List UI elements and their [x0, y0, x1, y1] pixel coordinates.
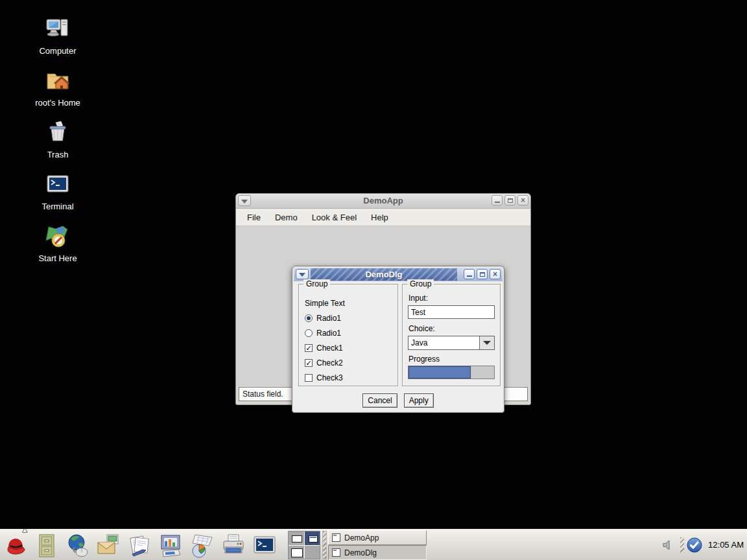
workspace-switcher [288, 531, 320, 559]
launcher-spreadsheet[interactable] [188, 531, 217, 559]
progress-bar [408, 366, 495, 379]
demodlg-dialog: DemoDlg × Group Simple Text Radio1 Radio… [292, 266, 504, 413]
file-manager-icon [34, 533, 60, 559]
tasklist-label: DemoApp [344, 533, 379, 542]
group-title: Group [407, 279, 434, 288]
spreadsheet-icon [189, 533, 215, 559]
menu-demo[interactable]: Demo [268, 211, 305, 224]
menu-help[interactable]: Help [364, 211, 396, 224]
minimize-button[interactable] [464, 269, 475, 279]
workspace-window [309, 535, 318, 542]
launcher-terminal[interactable] [250, 531, 279, 559]
desktop-icon-label: Start Here [16, 253, 100, 263]
checkbox-label: Check2 [316, 358, 343, 368]
launcher-email[interactable] [95, 531, 123, 559]
checkbox-icon[interactable] [305, 374, 313, 382]
word-processor-icon [127, 533, 153, 559]
email-icon [96, 533, 122, 559]
group-box-right: Group Input: Choice: Java Progress [402, 284, 501, 386]
workspace-4[interactable] [305, 546, 320, 559]
group-title: Group [303, 279, 330, 288]
checkbox-option-1[interactable]: ✓ Check1 [305, 343, 343, 353]
apply-button[interactable]: Apply [404, 393, 434, 408]
minimize-button[interactable] [492, 195, 503, 205]
checkbox-label: Check1 [316, 344, 343, 353]
minimize-icon [467, 275, 472, 277]
taskbar-panel: △ DemoApp DemoDlg [0, 529, 747, 560]
menu-file[interactable]: File [240, 211, 268, 224]
desktop-icon-label: Computer [16, 46, 100, 56]
window-list-handle[interactable] [322, 531, 327, 559]
close-icon: × [521, 196, 525, 204]
checkbox-icon[interactable]: ✓ [305, 344, 313, 352]
demoapp-window-title: DemoApp [236, 194, 530, 208]
close-button[interactable]: × [517, 195, 528, 205]
menu-look-and-feel[interactable]: Look & Feel [305, 211, 364, 224]
home-folder-icon [45, 68, 71, 94]
checkbox-option-2[interactable]: ✓ Check2 [305, 358, 343, 368]
radio-option-2[interactable]: Radio1 [305, 328, 341, 338]
maximize-button[interactable] [477, 269, 488, 279]
tray-handle[interactable] [680, 537, 684, 553]
checkbox-icon[interactable]: ✓ [305, 359, 313, 367]
launcher-word-processor[interactable] [126, 531, 154, 559]
launcher-presentation[interactable] [157, 531, 185, 559]
trash-icon [45, 120, 71, 146]
progress-bar-fill [409, 366, 471, 379]
desktop-icon-computer[interactable]: Computer [16, 16, 100, 56]
workspace-1[interactable] [289, 531, 304, 545]
tasklist-label: DemoDlg [344, 548, 377, 557]
window-menu-button[interactable] [296, 269, 309, 279]
volume-icon[interactable] [662, 539, 674, 551]
clock[interactable]: 12:05 AM [708, 530, 744, 560]
workspace-window [291, 548, 303, 557]
radio-label: Radio1 [316, 314, 341, 323]
window-icon [332, 548, 340, 557]
demodlg-window-title: DemoDlg [311, 268, 457, 281]
desktop-icon-terminal[interactable]: Terminal [16, 172, 100, 211]
radio-button-icon[interactable] [305, 329, 313, 337]
simple-text-label: Simple Text [305, 298, 345, 309]
tasklist-demodlg[interactable]: DemoDlg [328, 545, 427, 560]
redhat-menu-icon [3, 533, 29, 559]
desktop-icon-label: Terminal [16, 202, 100, 211]
cancel-button[interactable]: Cancel [362, 393, 397, 408]
workspace-3[interactable] [289, 546, 304, 559]
terminal-icon [45, 172, 71, 198]
checkbox-label: Check3 [316, 373, 343, 382]
desktop-icon-trash[interactable]: Trash [16, 120, 100, 159]
launcher-web-browser[interactable] [64, 531, 92, 559]
printer-icon [220, 533, 246, 559]
tasklist-demoapp[interactable]: DemoApp [328, 530, 427, 545]
radio-button-icon[interactable] [305, 314, 313, 322]
demoapp-titlebar[interactable]: DemoApp × [236, 194, 530, 209]
window-menu-button[interactable] [238, 195, 251, 206]
maximize-icon [508, 198, 513, 203]
start-here-icon [45, 224, 71, 250]
combobox-value: Java [409, 336, 480, 349]
desktop-icon-roots-home[interactable]: root's Home [16, 68, 100, 108]
maximize-button[interactable] [504, 195, 516, 205]
presentation-icon [158, 533, 184, 559]
desktop-icon-start-here[interactable]: Start Here [16, 224, 100, 263]
workspace-2-active[interactable] [305, 531, 320, 545]
chevron-down-icon [241, 200, 248, 204]
launcher-printer[interactable] [219, 531, 248, 559]
maximize-icon [480, 272, 485, 277]
input-label: Input: [409, 294, 428, 303]
arrow-down-icon [483, 341, 491, 345]
launcher-main-menu[interactable] [1, 531, 30, 559]
desktop-icon-label: Trash [16, 150, 100, 159]
radio-option-1[interactable]: Radio1 [305, 313, 341, 323]
choice-combobox[interactable]: Java [408, 336, 495, 350]
minimize-icon [495, 202, 500, 203]
dialog-button-row: Cancel Apply [294, 393, 503, 408]
terminal-icon [252, 533, 278, 559]
close-button[interactable]: × [490, 269, 501, 279]
launcher-file-manager[interactable] [32, 531, 61, 559]
group-box-left: Group Simple Text Radio1 Radio1 ✓ Check1… [298, 284, 398, 386]
update-notifier-icon[interactable] [686, 537, 703, 554]
input-field[interactable] [408, 305, 495, 319]
combobox-dropdown-button[interactable] [480, 336, 494, 349]
checkbox-option-3[interactable]: Check3 [305, 373, 343, 383]
